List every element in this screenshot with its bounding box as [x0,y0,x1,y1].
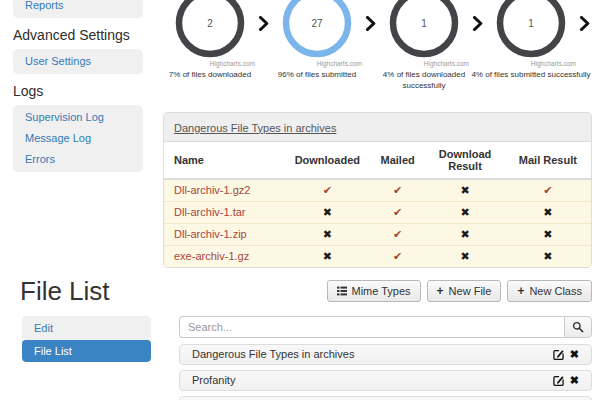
column-header-downloaded: Downloaded [285,142,370,179]
file-list-section: File List Mime Types + New File + New Cl… [0,276,600,400]
status-mark: ✖ [285,201,370,223]
highcharts-credit[interactable]: Highcharts.com [163,60,257,67]
donut-value: 1 [496,0,566,58]
delete-icon[interactable]: ✖ [570,349,579,360]
status-mark: ✔ [370,201,425,223]
chart-files-downloaded: 2 Highcharts.com 7% of files downloaded [163,0,257,81]
file-list-nav: Edit File List [22,316,151,362]
dangerous-files-panel: Dangerous File Types in archives Name Do… [163,112,592,268]
chart-label: 4% of files downloaded successfully [377,70,471,92]
page-title: File List [20,276,110,306]
search-bar [179,316,592,338]
edit-icon[interactable] [553,375,564,386]
highcharts-credit[interactable]: Highcharts.com [377,60,471,67]
new-class-label: New Class [529,285,582,297]
chevron-right-icon [257,16,270,31]
status-mark: ✖ [425,245,504,267]
chart-label: 4% of files submitted successfully [471,70,590,81]
file-list-header: File List Mime Types + New File + New Cl… [20,276,592,306]
status-mark: ✖ [505,223,591,245]
donut-chart: 1 [496,0,566,58]
plus-icon: + [437,286,444,296]
list-item[interactable]: Profanity ✖ [179,370,592,391]
item-actions: ✖ [553,375,579,386]
column-header-name: Name [164,142,285,179]
new-class-button[interactable]: + New Class [507,280,592,302]
donut-value: 1 [389,0,459,58]
dangerous-files-table: Name Downloaded Mailed Download Result M… [164,142,591,267]
status-mark: ✖ [285,245,370,267]
file-name-cell: exe-archiv-1.gz [164,245,285,267]
mime-types-button[interactable]: Mime Types [327,280,421,302]
app-page: Reports Advanced Settings User Settings … [0,0,600,400]
sidebar-item-errors[interactable]: Errors [13,149,143,170]
chevron-right-icon [471,16,484,31]
status-mark: ✔ [285,179,370,202]
dashboard-sidebar: Reports Advanced Settings User Settings … [0,0,163,268]
delete-icon[interactable]: ✖ [570,375,579,386]
highcharts-credit[interactable]: Highcharts.com [270,60,364,67]
donut-value: 2 [175,0,245,58]
donut-value: 27 [282,0,352,58]
table-row: Dll-archiv-1.tar ✖ ✔ ✖ ✖ [164,201,591,223]
sidebar-item-user-settings[interactable]: User Settings [13,51,143,72]
toolbar: Mime Types + New File + New Class [327,280,593,302]
table-row: exe-archiv-1.gz ✖ ✔ ✖ ✖ [164,245,591,267]
list-item[interactable]: Dangerous File Types in archives ✖ [179,344,592,365]
search-input[interactable] [179,316,564,338]
status-mark: ✖ [505,201,591,223]
search-button[interactable] [564,316,592,338]
file-list-body: Edit File List Dangerous File Types in a… [20,316,592,400]
status-mark: ✖ [425,179,504,202]
table-row: Dll-archiv-1.gz2 ✔ ✔ ✖ ✔ [164,179,591,202]
donut-chart: 1 [389,0,459,58]
donut-chart: 27 [282,0,352,58]
donut-chart: 2 [175,0,245,58]
dashboard-content: 2 Highcharts.com 7% of files downloaded … [163,0,600,268]
file-list-sidebar: Edit File List [20,316,165,400]
column-header-mailed: Mailed [370,142,425,179]
logs-heading: Logs [13,83,163,99]
chart-submitted-successfully: 1 Highcharts.com 4% of files submitted s… [484,0,578,81]
status-mark: ✖ [285,223,370,245]
chart-downloaded-successfully: 1 Highcharts.com 4% of files downloaded … [377,0,471,92]
nav-item-file-list[interactable]: File List [22,340,151,362]
status-mark: ✔ [370,245,425,267]
dashboard-section: Reports Advanced Settings User Settings … [0,0,600,268]
column-header-mail-result: Mail Result [505,142,591,179]
nav-item-edit[interactable]: Edit [22,316,151,340]
list-item[interactable]: Harmless Level 3 Files ✖ [179,396,592,400]
new-file-button[interactable]: + New File [427,280,502,302]
list-item-label: Profanity [192,374,235,386]
sidebar-item-supervision-log[interactable]: Supervision Log [13,107,143,128]
status-mark: ✔ [505,179,591,202]
donut-charts-row: 2 Highcharts.com 7% of files downloaded … [163,0,592,92]
status-mark: ✖ [505,245,591,267]
plus-icon: + [517,286,524,296]
logs-box: Supervision Log Message Log Errors [13,105,143,172]
table-row: Dll-archiv-1.zip ✖ ✔ ✖ ✖ [164,223,591,245]
list-icon [337,286,347,296]
sidebar-item-message-log[interactable]: Message Log [13,128,143,149]
chart-label: 96% of files submitted [278,70,356,81]
mime-types-label: Mime Types [352,285,411,297]
status-mark: ✖ [425,201,504,223]
new-file-label: New File [449,285,492,297]
status-mark: ✔ [370,179,425,202]
file-name-cell: Dll-archiv-1.zip [164,223,285,245]
panel-heading: Dangerous File Types in archives [164,113,591,142]
highcharts-credit[interactable]: Highcharts.com [484,60,578,67]
sidebar-item-reports[interactable]: Reports [13,0,143,16]
dangerous-files-panel-link[interactable]: Dangerous File Types in archives [174,122,336,134]
item-actions: ✖ [553,349,579,360]
list-item-label: Dangerous File Types in archives [192,348,354,360]
search-icon [572,321,584,333]
file-list-content: Dangerous File Types in archives ✖ Profa… [165,316,592,400]
reports-box: Reports [13,0,143,18]
advanced-settings-heading: Advanced Settings [13,27,163,43]
file-name-cell: Dll-archiv-1.tar [164,201,285,223]
edit-icon[interactable] [553,349,564,360]
chevron-right-icon [364,16,377,31]
table-header-row: Name Downloaded Mailed Download Result M… [164,142,591,179]
chart-label: 7% of files downloaded [169,70,251,81]
